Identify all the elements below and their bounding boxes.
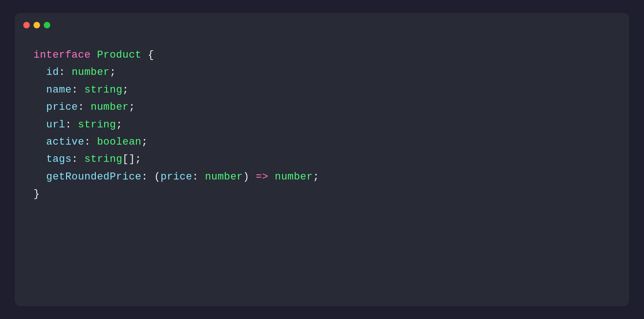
- line-tags: tags: string[];: [34, 151, 610, 168]
- minimize-button[interactable]: [34, 22, 40, 28]
- line-name: name: string;: [34, 81, 610, 99]
- titlebar: [15, 13, 629, 37]
- line-interface: interface Product {: [34, 47, 610, 64]
- maximize-button[interactable]: [44, 22, 50, 28]
- code-window: interface Product { id: number; name: st…: [15, 13, 629, 306]
- code-area: interface Product { id: number; name: st…: [15, 37, 629, 306]
- line-close: }: [34, 186, 610, 203]
- line-id: id: number;: [34, 64, 610, 81]
- line-price: price: number;: [34, 99, 610, 116]
- line-url: url: string;: [34, 116, 610, 133]
- close-button[interactable]: [23, 22, 30, 28]
- line-getRoundedPrice: getRoundedPrice: (price: number) => numb…: [34, 168, 610, 186]
- line-active: active: boolean;: [34, 133, 610, 151]
